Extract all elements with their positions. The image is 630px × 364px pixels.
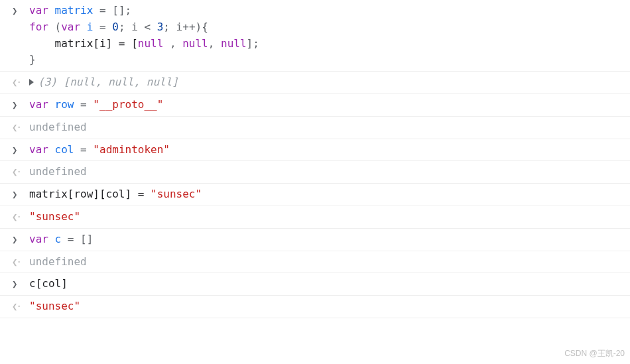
console-input-row[interactable]: c[col] — [0, 273, 630, 296]
console-input-row[interactable]: var row = "__proto__" — [0, 94, 630, 117]
token-op — [48, 143, 55, 156]
token-op: ; i < — [119, 21, 157, 33]
code-line: var c = [] — [29, 231, 625, 248]
input-prompt-icon — [12, 142, 29, 158]
input-prompt-icon — [12, 3, 29, 19]
console-input-row[interactable]: matrix[row][col] = "sunsec" — [0, 184, 630, 206]
watermark: CSDN @王凯-20 — [564, 347, 625, 360]
array-summary-text: (3) [null, null, null] — [38, 76, 178, 88]
console-entry-content: "sunsec" — [29, 209, 625, 225]
output-prompt-icon — [12, 209, 29, 225]
token-ident: matrix — [55, 4, 94, 17]
code-line: var matrix = []; — [29, 3, 625, 19]
console-entry-content: undefined — [29, 164, 625, 180]
output-value: "sunsec" — [29, 210, 80, 223]
token-kw: null — [221, 37, 247, 50]
token-op: = [] — [61, 233, 93, 245]
token-num: 3 — [157, 21, 164, 33]
console-output-row[interactable]: "sunsec" — [0, 206, 630, 229]
console-entry-content: (3) [null, null, null] — [29, 74, 625, 91]
console-output-row[interactable]: undefined — [0, 117, 630, 139]
token-kw: var — [29, 233, 48, 245]
input-prompt-icon — [12, 231, 29, 247]
token-kw: var — [29, 98, 48, 111]
token-ident: col — [55, 143, 74, 156]
expand-triangle-icon[interactable] — [29, 79, 34, 86]
token-kw: null — [182, 37, 208, 50]
token-str: "__proto__" — [93, 98, 163, 111]
code-line: matrix[i] = [null , null, null]; — [29, 36, 625, 52]
console-entry-content: var c = [] — [29, 231, 625, 248]
console-entry-content: matrix[row][col] = "sunsec" — [29, 186, 625, 203]
output-value: undefined — [29, 165, 87, 178]
output-prompt-icon — [12, 119, 29, 135]
console-output-row[interactable]: undefined — [0, 251, 630, 274]
code-line: } — [29, 52, 625, 68]
console-input-row[interactable]: var c = [] — [0, 229, 630, 251]
token-txt: c[col] — [29, 277, 68, 290]
token-op: ( — [48, 21, 61, 33]
console-entry-content: var col = "admintoken" — [29, 142, 625, 158]
code-line: c[col] — [29, 276, 625, 292]
code-line: matrix[row][col] = "sunsec" — [29, 186, 625, 203]
token-ident: c — [55, 233, 62, 245]
console-output-row[interactable]: (3) [null, null, null] — [0, 72, 630, 94]
output-value: undefined — [29, 255, 87, 268]
console-output-row[interactable]: undefined — [0, 161, 630, 184]
console-entry-content: var matrix = [];for (var i = 0; i < 3; i… — [29, 3, 625, 68]
output-prompt-icon — [12, 74, 29, 90]
output-value: undefined — [29, 121, 87, 133]
token-kw: var — [29, 4, 48, 17]
token-kw: for — [29, 21, 48, 33]
code-line: for (var i = 0; i < 3; i++){ — [29, 19, 625, 36]
output-value: "sunsec" — [29, 300, 80, 312]
token-op: = — [74, 98, 93, 111]
token-op: = — [93, 21, 112, 33]
token-num: 0 — [112, 21, 119, 33]
console-output-row[interactable]: "sunsec" — [0, 296, 630, 318]
input-prompt-icon — [12, 276, 29, 292]
code-line: var col = "admintoken" — [29, 142, 625, 158]
token-txt: matrix[row][col] = — [29, 188, 151, 200]
token-op — [48, 98, 55, 111]
output-prompt-icon — [12, 164, 29, 180]
token-op — [80, 21, 87, 33]
token-txt: matrix[i] = [ — [55, 37, 138, 50]
token-ident: row — [55, 98, 74, 111]
console-entry-content: undefined — [29, 119, 625, 136]
token-op: = — [74, 143, 93, 156]
token-op — [48, 233, 55, 245]
output-prompt-icon — [12, 254, 29, 270]
console-input-row[interactable]: var matrix = [];for (var i = 0; i < 3; i… — [0, 0, 630, 72]
devtools-console[interactable]: var matrix = [];for (var i = 0; i < 3; i… — [0, 0, 630, 318]
output-prompt-icon — [12, 298, 29, 314]
token-op: = []; — [93, 4, 131, 17]
token-str: "sunsec" — [151, 188, 202, 200]
console-input-row[interactable]: var col = "admintoken" — [0, 139, 630, 162]
token-op: ]; — [247, 37, 259, 50]
token-op: ; i++){ — [163, 21, 208, 33]
console-entry-content: undefined — [29, 254, 625, 271]
console-entry-content: c[col] — [29, 276, 625, 292]
token-kw: var — [29, 143, 48, 156]
token-str: "admintoken" — [93, 143, 170, 156]
token-op — [48, 4, 55, 17]
token-op: } — [29, 53, 36, 66]
token-op: , — [208, 37, 221, 50]
token-ident: i — [87, 21, 94, 33]
token-op: , — [163, 37, 182, 50]
input-prompt-icon — [12, 186, 29, 202]
console-entry-content: var row = "__proto__" — [29, 97, 625, 113]
code-line: var row = "__proto__" — [29, 97, 625, 113]
token-kw: var — [61, 21, 80, 33]
input-prompt-icon — [12, 97, 29, 113]
token-kw: null — [138, 37, 164, 50]
console-entry-content: "sunsec" — [29, 298, 625, 315]
array-summary[interactable]: (3) [null, null, null] — [29, 76, 178, 88]
